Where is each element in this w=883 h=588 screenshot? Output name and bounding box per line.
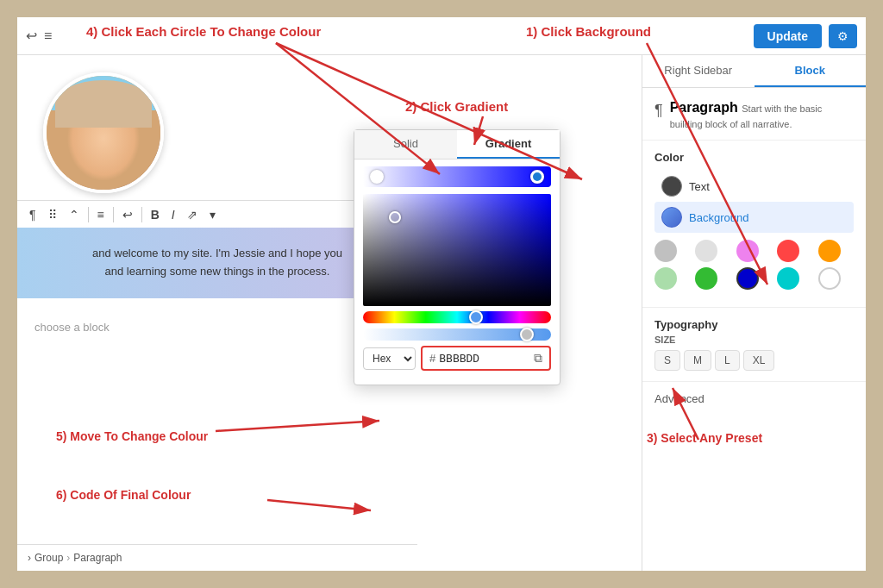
background-color-row[interactable]: Background — [654, 202, 854, 233]
preset-orange[interactable] — [818, 240, 841, 262]
advanced-section: Advanced — [642, 382, 866, 415]
avatar-face — [47, 76, 160, 190]
gradient-tab[interactable]: Gradient — [457, 130, 560, 159]
content-text: and welcome to my site. I'm Jessie and I… — [34, 245, 400, 281]
size-xl-button[interactable]: XL — [743, 350, 775, 371]
color-section: Color Text Background — [642, 141, 866, 308]
choose-block-text: choose a block — [34, 321, 110, 334]
italic-button[interactable]: I — [168, 206, 178, 223]
toolbar-right: Update ⚙ — [754, 24, 857, 48]
avatar-hair — [55, 80, 152, 128]
gradient-handle-right[interactable] — [530, 170, 544, 184]
preset-pink[interactable] — [736, 240, 759, 262]
undo-icon[interactable]: ↩ — [26, 28, 37, 44]
undo-para-icon[interactable]: ↩ — [119, 206, 136, 223]
picker-tabs: Solid Gradient — [354, 130, 560, 160]
up-icon[interactable]: ⌃ — [66, 206, 83, 223]
advanced-label[interactable]: Advanced — [654, 392, 705, 405]
menu-icon[interactable]: ≡ — [44, 28, 52, 44]
size-l-button[interactable]: L — [715, 350, 740, 371]
copy-icon[interactable]: ⧉ — [534, 351, 542, 366]
background-color-dot — [661, 207, 682, 228]
size-m-button[interactable]: M — [684, 350, 711, 371]
saturation-handle[interactable] — [389, 211, 401, 223]
annotation-1-label: 1) Click Background — [526, 24, 651, 39]
paragraph-description: Paragraph Start with the basic building … — [670, 100, 854, 131]
preset-colors-grid — [654, 233, 854, 297]
background-color-label: Background — [689, 211, 748, 224]
top-toolbar: ↩ ≡ 4) Click Each Circle To Change Colou… — [17, 17, 866, 55]
opacity-slider[interactable] — [363, 328, 551, 341]
preset-white[interactable] — [818, 267, 841, 290]
paragraph-info: ¶ Paragraph Start with the basic buildin… — [654, 100, 854, 131]
hex-hash: # — [429, 352, 435, 365]
gear-button[interactable]: ⚙ — [829, 24, 857, 48]
block-info-section: ¶ Paragraph Start with the basic buildin… — [642, 88, 866, 141]
preset-green[interactable] — [695, 267, 717, 290]
align-left-icon[interactable]: ≡ — [94, 206, 108, 223]
solid-tab[interactable]: Solid — [354, 130, 457, 159]
preset-cyan[interactable] — [777, 267, 799, 290]
text-color-row[interactable]: Text — [654, 171, 854, 202]
annotation-3-label: 3) Select Any Preset — [647, 431, 762, 445]
text-color-dot — [661, 176, 682, 197]
typography-title: Typography — [654, 318, 854, 331]
align-icon[interactable]: ⠿ — [45, 206, 60, 223]
preset-red[interactable] — [777, 240, 799, 262]
color-picker-popup: Solid Gradient Hex RGB HSL # ⧉ — [354, 129, 560, 385]
size-s-button[interactable]: S — [654, 350, 680, 371]
annotation-4-label: 4) Click Each Circle To Change Colour — [86, 24, 321, 39]
link-icon[interactable]: ⇗ — [184, 206, 201, 223]
annotation-5-label: 5) Move To Change Colour — [56, 429, 208, 443]
tab-right-sidebar[interactable]: Right Sidebar — [642, 55, 755, 87]
hex-input[interactable] — [439, 352, 499, 365]
opacity-handle[interactable] — [520, 328, 534, 341]
preset-light-green[interactable] — [654, 267, 677, 290]
hex-format-select[interactable]: Hex RGB HSL — [363, 347, 416, 370]
sidebar-tabs: Right Sidebar Block — [642, 55, 866, 88]
hue-handle[interactable] — [469, 310, 483, 324]
bold-button[interactable]: B — [147, 206, 163, 223]
typography-section: Typography SIZE S M L XL — [642, 308, 866, 382]
gradient-bar[interactable] — [363, 166, 551, 187]
breadcrumb-group[interactable]: Group — [34, 552, 63, 564]
annotation-2-label: 2) Click Gradient — [405, 99, 508, 114]
update-button[interactable]: Update — [754, 24, 822, 48]
preset-dark-blue[interactable] — [736, 267, 759, 290]
color-saturation-area[interactable] — [363, 194, 551, 306]
size-buttons: S M L XL — [654, 350, 854, 371]
annotation-6-label: 6) Code Of Final Colour — [56, 488, 191, 502]
paragraph-block-icon: ¶ — [654, 102, 663, 120]
breadcrumb-arrow: › — [28, 552, 31, 564]
preset-light-gray[interactable] — [695, 240, 717, 262]
more-icon[interactable]: ▾ — [206, 206, 219, 223]
hue-slider[interactable] — [363, 311, 551, 323]
preset-gray[interactable] — [654, 240, 677, 262]
color-section-title: Color — [654, 151, 854, 164]
screenshot-container: ↩ ≡ 4) Click Each Circle To Change Colou… — [9, 9, 874, 579]
hex-row: Hex RGB HSL # ⧉ — [363, 346, 551, 371]
paragraph-icon[interactable]: ¶ — [26, 206, 40, 223]
hex-input-wrapper: # ⧉ — [421, 346, 551, 371]
breadcrumb: › Group › Paragraph — [17, 544, 417, 571]
right-sidebar: Right Sidebar Block ¶ Paragraph Start wi… — [642, 55, 866, 571]
avatar — [43, 72, 164, 193]
size-label: SIZE — [654, 335, 854, 345]
breadcrumb-paragraph[interactable]: Paragraph — [73, 552, 122, 564]
gradient-handle-left[interactable] — [370, 170, 384, 184]
text-color-label: Text — [689, 180, 710, 193]
tab-block[interactable]: Block — [755, 55, 867, 87]
